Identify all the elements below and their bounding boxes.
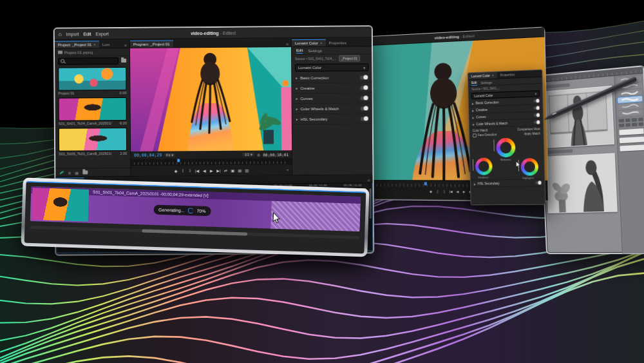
extract-button[interactable]: ▥	[245, 168, 249, 172]
scrollbar-thumb[interactable]	[142, 229, 247, 235]
folder-icon[interactable]	[82, 170, 88, 174]
clip-thumbnail[interactable]	[59, 97, 127, 121]
mark-out-button[interactable]: }	[188, 168, 192, 172]
marker-button[interactable]: ◆	[174, 168, 178, 173]
close-icon[interactable]: ×	[320, 41, 323, 45]
home-icon[interactable]: ⌂	[59, 31, 62, 37]
tool-icon[interactable]	[619, 119, 624, 123]
loop-button[interactable]: ⇄	[223, 168, 227, 172]
brush-stroke-option-selected[interactable]	[618, 96, 642, 103]
toggle-switch[interactable]	[534, 106, 540, 110]
subtab-settings[interactable]: Settings	[308, 48, 322, 52]
play-button[interactable]: ▶	[462, 189, 466, 193]
extended-clip[interactable]: S01_Sh01_Tk04_CamA_20250101 -00;00;04;29…	[30, 186, 361, 231]
playback-resolution-dropdown[interactable]: 1/2▾	[243, 153, 254, 157]
zoom-level-dropdown[interactable]: Fit▾	[164, 153, 175, 157]
go-to-in-button[interactable]: |◀	[195, 168, 199, 173]
brush-stroke-option[interactable]	[618, 89, 642, 96]
close-icon[interactable]: ×	[93, 43, 96, 46]
lumetri-preset-dropdown[interactable]: Lumetri Color ▾	[295, 63, 368, 72]
panel-menu-icon[interactable]: ≡	[283, 42, 291, 46]
pen-tool-icon[interactable]	[59, 171, 64, 175]
go-to-out-button[interactable]: ▶|	[216, 168, 220, 172]
highlights-wheel[interactable]	[521, 158, 539, 176]
tab-lumetri-color[interactable]: Lumetri Color×	[468, 72, 497, 80]
step-back-button[interactable]: ◀	[202, 168, 206, 173]
bin-item[interactable]: Project 010:00	[58, 67, 126, 95]
menu-edit[interactable]: Edit	[84, 32, 91, 36]
close-icon[interactable]: ×	[492, 74, 494, 77]
clip-thumbnail[interactable]	[59, 128, 127, 152]
tab-project[interactable]: Project: _Project 01×	[55, 41, 99, 48]
toggle-switch[interactable]	[361, 106, 368, 110]
new-bin-icon[interactable]	[121, 59, 126, 63]
playhead[interactable]	[177, 159, 180, 162]
panel-menu-icon[interactable]: ≡	[365, 178, 372, 182]
list-view-icon[interactable]: ≣	[68, 170, 71, 175]
playhead[interactable]	[424, 182, 427, 185]
shadows-wheel[interactable]	[475, 157, 493, 175]
midtones-slider[interactable]	[493, 139, 494, 151]
tab-properties[interactable]: Properties	[325, 40, 349, 46]
midtones-wheel[interactable]	[496, 138, 515, 158]
apply-match-button[interactable]: Apply Match	[524, 132, 540, 137]
brush-stroke-option[interactable]	[618, 103, 643, 110]
scrollbar-thumb[interactable]	[370, 189, 372, 219]
toggle-switch[interactable]	[535, 181, 541, 184]
bin-item[interactable]: S01_Sh01_Tk04_CamA_20250101...6:20	[59, 97, 127, 126]
add-button-icon[interactable]: +	[287, 168, 289, 172]
brush-stroke-option[interactable]	[618, 110, 643, 117]
export-frame-button[interactable]: ▣	[231, 168, 234, 172]
tab-overflow[interactable]: Lum	[99, 41, 113, 48]
section-creative[interactable]: ▸Creative	[292, 83, 372, 93]
tab-lumetri-color[interactable]: Lumetri Color×	[292, 39, 326, 46]
toggle-switch[interactable]	[534, 113, 540, 117]
grid-view-icon[interactable]: ▦	[75, 170, 79, 175]
menu-import[interactable]: Import	[66, 32, 79, 36]
layer-swatch[interactable]	[619, 128, 643, 135]
subtab-edit[interactable]: Edit	[296, 48, 303, 54]
section-curves[interactable]: ▸Curves	[292, 93, 372, 104]
mark-out-button[interactable]: }	[442, 189, 446, 193]
storyboard-frame-2[interactable]	[545, 153, 617, 213]
tool-icon[interactable]	[625, 119, 630, 123]
face-detection-checkbox[interactable]: Face Detection	[473, 133, 497, 137]
tool-icon-grid[interactable]	[619, 117, 644, 127]
subtab-edit[interactable]: Edit	[471, 80, 477, 85]
clip-thumbnail[interactable]	[58, 67, 126, 91]
shadows-slider[interactable]	[473, 159, 473, 171]
comparison-view-button[interactable]: Comparison View	[517, 128, 540, 132]
tab-properties[interactable]: Properties	[497, 71, 518, 78]
tool-icon[interactable]	[632, 118, 637, 122]
panel-overflow-icon[interactable]: »	[122, 43, 129, 48]
tab-program[interactable]: Program: _Project 01	[130, 40, 173, 47]
go-to-in-button[interactable]: |◀	[449, 189, 453, 193]
tool-icon[interactable]	[619, 124, 624, 128]
timeline-vertical-scrollbar[interactable]	[368, 183, 372, 250]
play-button[interactable]: ▶	[209, 168, 213, 173]
toggle-switch[interactable]	[534, 121, 540, 124]
toggle-switch[interactable]	[533, 99, 539, 103]
mark-in-button[interactable]: {	[181, 168, 185, 172]
toggle-switch[interactable]	[361, 117, 368, 121]
project-file-row[interactable]: Project 01.prproj	[55, 48, 129, 57]
search-input[interactable]	[58, 57, 118, 65]
tool-icon[interactable]	[638, 123, 643, 126]
mark-in-button[interactable]: {	[435, 189, 439, 193]
section-basic-correction[interactable]: ▸Basic Correction	[292, 72, 372, 83]
step-back-button[interactable]: ◀	[455, 189, 459, 193]
tool-icon[interactable]	[632, 123, 637, 126]
toggle-switch[interactable]	[360, 75, 368, 79]
target-clip-chip[interactable]: _Project 01	[339, 55, 360, 61]
layer-swatch[interactable]	[620, 144, 644, 151]
tool-icon[interactable]	[638, 117, 643, 121]
current-timecode[interactable]: 00;00;04;29	[134, 153, 162, 158]
section-hsl-secondary[interactable]: ▸HSL Secondary	[471, 179, 545, 187]
section-hsl-secondary[interactable]: ▸HSL Secondary	[292, 113, 372, 124]
settings-gear-icon[interactable]: ⚙	[257, 152, 260, 157]
menu-export[interactable]: Export	[96, 32, 109, 36]
marker-button[interactable]: ◆	[429, 189, 433, 193]
layer-swatch[interactable]	[620, 137, 644, 144]
section-color-wheels[interactable]: ▸Color Wheels & Match	[292, 103, 372, 114]
toggle-switch[interactable]	[360, 86, 368, 90]
